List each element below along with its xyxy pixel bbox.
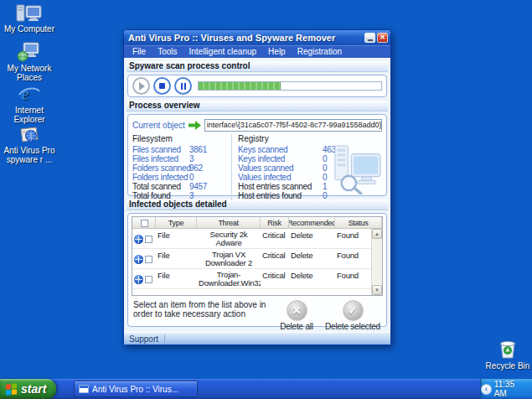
- stat-value: 3: [189, 154, 194, 163]
- scroll-down-icon[interactable]: ▼: [372, 285, 382, 295]
- row-checkbox[interactable]: [145, 256, 152, 263]
- stat-label: Files scanned: [132, 145, 189, 154]
- close-button[interactable]: ✕: [377, 33, 388, 43]
- infected-objects-panel: TypeThreatRiskRecommendedStatus FileSecu…: [127, 213, 387, 327]
- current-object-label: Current object: [132, 121, 185, 130]
- status-bar: Support: [124, 332, 390, 345]
- stat-value: 3: [189, 191, 194, 200]
- support-link[interactable]: Support: [129, 334, 158, 344]
- select-all-checkbox[interactable]: [141, 220, 148, 227]
- stat-value: 0: [323, 154, 327, 163]
- table-row[interactable]: FileTrojan VX Downloader 2CriticalDelete…: [132, 249, 382, 269]
- desktop-icon-my-network-places[interactable]: My Network Places: [2, 42, 57, 82]
- start-button[interactable]: start: [0, 379, 56, 399]
- section-header-scan-control: Spyware scan process control: [127, 61, 388, 72]
- desktop-icon-label: My Network Places: [8, 64, 52, 82]
- stat-label: Values infected: [238, 173, 323, 182]
- infected-table: TypeThreatRiskRecommendedStatus FileSecu…: [132, 216, 383, 296]
- desktop-icon-my-computer[interactable]: My Computer: [2, 3, 57, 34]
- column-header-risk[interactable]: Risk: [261, 217, 289, 228]
- process-overview-panel: Current object interface\{31ca5c07-7f5f-…: [127, 114, 387, 196]
- cell-threat: Trojan VX Downloader 2: [197, 249, 261, 268]
- threat-orb-icon: [134, 275, 143, 284]
- header-select-cell: [132, 217, 156, 228]
- stat-label: Files infected: [132, 154, 189, 163]
- cell-risk: Critical: [261, 249, 289, 268]
- stat-value: 1: [323, 182, 327, 191]
- cell-threat: Security 2k Adware: [197, 229, 261, 248]
- desktop-icon-label: My Computer: [4, 24, 54, 34]
- taskbar-task-antivirus[interactable]: Anti Virus Pro :: Virus...: [74, 381, 198, 397]
- minimize-button[interactable]: [364, 33, 375, 43]
- scan-control-panel: [127, 75, 387, 97]
- cell-risk: Critical: [261, 229, 289, 248]
- taskbar: start Anti Virus Pro :: Virus... ‹ 11:35…: [0, 379, 532, 399]
- infected-table-body: FileSecurity 2k AdwareCriticalDeleteFoun…: [132, 229, 382, 289]
- delete-all-button[interactable]: ✕: [287, 300, 307, 321]
- threat-orb-icon: [134, 255, 143, 264]
- stat-row: Folders infected0: [132, 173, 226, 182]
- scroll-up-icon[interactable]: ▲: [372, 229, 382, 239]
- play-button[interactable]: [132, 77, 150, 95]
- window-title: Anti Virus Pro :: Viruses and Spyware Re…: [128, 33, 363, 43]
- column-header-recommended[interactable]: Recommended: [289, 217, 335, 228]
- taskbar-clock: 11:35 AM: [494, 380, 528, 398]
- stat-row: Files scanned3861: [132, 145, 226, 154]
- desktop-icon-recycle-bin[interactable]: Recycle Bin: [484, 338, 531, 370]
- window-content: Spyware scan process control Process ove…: [124, 58, 390, 332]
- stat-value: 3861: [189, 145, 207, 154]
- delete-selected-button[interactable]: ✓: [343, 300, 364, 321]
- menu-item-tools[interactable]: Tools: [152, 46, 183, 58]
- cell-type: File: [156, 229, 197, 248]
- menu-item-registration[interactable]: Registration: [292, 46, 348, 58]
- delete-selected-label: Delete selected: [323, 322, 383, 331]
- svg-text:e: e: [21, 84, 29, 104]
- cell-recommended: Delete: [289, 229, 335, 248]
- stat-label: Total scanned: [132, 182, 189, 191]
- stat-value: 0: [323, 173, 327, 182]
- desktop: My Computer My Network Places e Internet…: [0, 0, 532, 399]
- table-row[interactable]: FileSecurity 2k AdwareCriticalDeleteFoun…: [132, 229, 382, 249]
- infected-table-header: TypeThreatRiskRecommendedStatus: [132, 217, 382, 229]
- cell-threat: Trojan-Downloader.Win32.Arma: [197, 269, 261, 288]
- stat-row: Total scanned9457: [132, 182, 226, 191]
- filesystem-title: Filesystem: [132, 134, 226, 145]
- row-select-cell: [132, 269, 156, 288]
- row-checkbox[interactable]: [145, 236, 152, 243]
- desktop-icon-internet-explorer[interactable]: e Internet Explorer: [2, 84, 57, 124]
- title-bar[interactable]: Anti Virus Pro :: Viruses and Spyware Re…: [124, 30, 390, 45]
- menu-item-help[interactable]: Help: [262, 46, 292, 58]
- cell-risk: Critical: [261, 269, 289, 288]
- table-scrollbar[interactable]: ▲ ▼: [371, 229, 382, 295]
- internet-explorer-icon: e: [18, 84, 41, 104]
- cell-recommended: Delete: [289, 249, 335, 268]
- desktop-icon-label: Internet Explorer: [13, 106, 44, 124]
- computer-illustration: [332, 142, 384, 194]
- cell-type: File: [156, 269, 197, 288]
- stat-value: 9457: [189, 182, 207, 191]
- stat-label: Host entries scanned: [238, 182, 323, 191]
- green-arrow-icon: [189, 121, 201, 130]
- current-object-field[interactable]: interface\{31ca5c07-7f5f-4502-8c77-99a91…: [204, 119, 382, 132]
- column-header-type[interactable]: Type: [156, 217, 197, 228]
- menu-item-intelligent-cleanup[interactable]: Intelligent cleanup: [183, 46, 262, 58]
- table-row[interactable]: FileTrojan-Downloader.Win32.ArmaCritical…: [132, 269, 382, 289]
- stat-row: Folders scanned962: [132, 163, 226, 173]
- row-checkbox[interactable]: [145, 276, 152, 283]
- scan-progress-bar: [198, 81, 382, 91]
- stat-label: Values scanned: [238, 163, 323, 173]
- pause-button[interactable]: [174, 77, 192, 95]
- stat-label: Keys scanned: [238, 145, 323, 154]
- menu-item-file[interactable]: File: [127, 46, 152, 58]
- column-header-status[interactable]: Status: [335, 217, 382, 228]
- filesystem-stats: Files scanned3861Files infected3Folders …: [132, 145, 226, 200]
- delete-selected-action: ✓ Delete selected: [323, 300, 383, 331]
- delete-selected-icon: ✓: [349, 304, 358, 317]
- row-select-cell: [132, 249, 156, 268]
- stop-button[interactable]: [153, 77, 171, 95]
- column-header-threat[interactable]: Threat: [197, 217, 261, 228]
- start-label: start: [21, 382, 46, 396]
- tray-chevron-icon[interactable]: ‹: [481, 384, 492, 395]
- desktop-icon-anti-virus-pro[interactable]: Anti Virus Pro spyware r ...: [2, 126, 57, 164]
- antivirus-window: Anti Virus Pro :: Viruses and Spyware Re…: [123, 29, 391, 345]
